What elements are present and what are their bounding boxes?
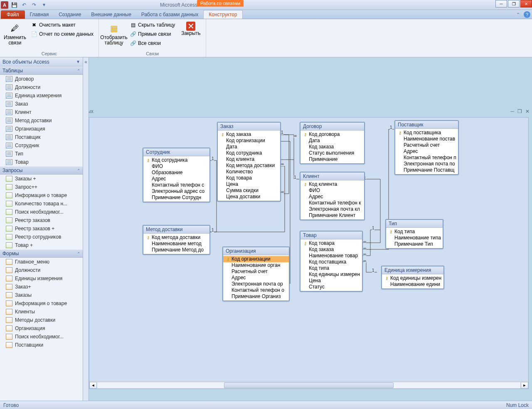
table-field[interactable]: Количество [218,169,280,175]
table-field[interactable]: Адрес [395,148,458,155]
nav-collapse-bar[interactable]: « [83,57,89,401]
tab-file[interactable]: Файл [1,10,25,19]
doc-restore-icon[interactable]: ❐ [517,108,522,114]
nav-group-header[interactable]: Запросы⌃ [0,166,83,175]
table-field[interactable]: Код организации [218,138,280,144]
show-table-button[interactable]: ▦ Отобразить таблицу [102,21,126,47]
nav-item[interactable]: Реестр заказов + [0,224,83,233]
table-sotrudnik[interactable]: Сотрудник⚷Код сотрудникаФИООбразованиеАд… [143,148,210,202]
table-field[interactable]: Электронный адрес со [143,188,209,195]
nav-item[interactable]: Должности [0,83,83,91]
nav-item[interactable]: Организация [0,324,83,333]
relationships-canvas[interactable]: 1 1 1 ∞ ∞ 1 ∞ ∞ ∞ ∞ ∞ 1 1 1 1 1 Сотрудни… [89,117,529,389]
table-key-field[interactable]: ⚷Код единицы измерен [382,275,443,281]
scroll-right-button[interactable]: ► [521,382,528,389]
table-header[interactable]: Единица измерения [382,266,443,274]
nav-item[interactable]: Методы доставки [0,316,83,324]
nav-item[interactable]: Главное_меню [0,258,83,266]
table-field[interactable]: Статус [300,284,362,290]
clear-layout-button[interactable]: ✖ Очистить макет [29,21,95,29]
nav-group-header[interactable]: Таблицы⌃ [0,67,83,75]
nav-item[interactable]: Клиенты [0,308,83,316]
table-field[interactable]: Электронная почта ор [223,281,289,287]
table-field[interactable]: Цена [218,181,280,187]
table-field[interactable]: Наименование постав [395,136,458,142]
table-field[interactable]: Образование [143,170,209,176]
schema-report-button[interactable]: 📄 Отчет по схеме данных [29,30,95,38]
table-field[interactable]: Примечание Тип [386,241,443,247]
table-field[interactable]: Код товара [218,175,280,181]
table-klient[interactable]: Клиент⚷Код клиентаФИОАдресКонтактный тел… [300,172,365,220]
direct-links-button[interactable]: 🔗 Прямые связи [128,30,177,38]
nav-item[interactable]: Поиск необходимог... [0,333,83,341]
nav-item[interactable]: Товар [0,158,83,166]
table-field[interactable]: Наименование едини [382,281,443,288]
table-metod[interactable]: Метод доставки⚷Код метода доставкиНаимен… [143,225,210,255]
nav-item[interactable]: Товар + [0,241,83,249]
nav-item[interactable]: Реестр заказов [0,216,83,224]
nav-item[interactable]: Тип [0,150,83,158]
all-links-button[interactable]: 🔗 Все связи [128,39,177,47]
table-zakaz[interactable]: Заказ⚷Код заказаКод организацииДатаКод с… [217,122,281,202]
table-header[interactable]: Тип [386,220,443,228]
ribbon-close-button[interactable]: ✕ Закрыть [179,21,202,37]
nav-item[interactable]: Метод доставки [0,116,83,125]
nav-item[interactable]: Поставщик [0,133,83,141]
table-org[interactable]: Организация⚷Код организацииНаименование … [222,246,290,301]
table-field[interactable]: Статус выполнения [300,150,364,156]
table-header[interactable]: Сотрудник [143,148,209,156]
table-field[interactable]: Расчетный счет [223,269,289,275]
nav-item[interactable]: Поиск необходимог... [0,208,83,216]
nav-item[interactable]: Заказы + [0,175,83,183]
table-header[interactable]: Клиент [300,172,364,180]
table-key-field[interactable]: ⚷Код товара [300,240,362,246]
help-icon[interactable]: ? [524,11,530,18]
table-field[interactable]: Электронная почта кл [300,206,364,212]
nav-item[interactable]: Заказ+ [0,283,83,291]
nav-item[interactable]: Реестр сотрудников [0,233,83,241]
table-field[interactable]: Наименование товар [300,253,362,259]
table-field[interactable]: Код заказа [300,144,364,150]
table-key-field[interactable]: ⚷Код заказа [218,131,280,138]
hide-table-button[interactable]: ▤ Скрыть таблицу [128,21,177,29]
table-field[interactable]: Наименование типа [386,235,443,241]
table-key-field[interactable]: ⚷Код клиента [300,181,364,187]
table-field[interactable]: Контактный телефон п [395,155,458,161]
table-field[interactable]: ФИО [300,187,364,194]
nav-item[interactable]: Заказы [0,291,83,299]
table-field[interactable]: Контактный телефон с [143,182,209,188]
nav-item[interactable]: Единицы измерения [0,274,83,283]
table-header[interactable]: Товар [300,232,362,239]
table-key-field[interactable]: ⚷Код метода доставки [143,234,209,241]
nav-header-dropdown-icon[interactable]: ▼ [76,59,80,64]
table-field[interactable]: Сумма скидки [218,187,280,194]
table-field[interactable]: Адрес [143,176,209,182]
table-field[interactable]: Примечание [300,156,364,163]
table-field[interactable]: Наименование метод [143,241,209,247]
table-field[interactable]: Наименование орган [223,262,289,269]
table-field[interactable]: Примечание Поставщ [395,167,458,173]
table-field[interactable]: Электронная почта по [395,161,458,167]
table-header[interactable]: Заказ [218,123,280,131]
nav-item[interactable]: Информация о товаре [0,299,83,308]
nav-item[interactable]: Договор [0,75,83,83]
table-tovar[interactable]: Товар⚷Код товараКод заказаНаименование т… [300,231,363,292]
qat-dropdown-icon[interactable]: ▼ [40,1,48,9]
table-field[interactable]: Код типа [300,265,362,271]
minimize-button[interactable]: ─ [495,0,507,7]
redo-icon[interactable]: ↷ [30,1,38,9]
table-field[interactable]: Дата [300,138,364,144]
table-field[interactable]: Примечание Клиент [300,212,364,219]
table-field[interactable]: Примечание Метод до [143,247,209,253]
table-header[interactable]: Метод доставки [143,226,209,234]
table-key-field[interactable]: ⚷Код типа [386,229,443,235]
table-field[interactable]: Дата [218,144,280,150]
tab-create[interactable]: Создание [54,10,86,19]
table-header[interactable]: Организация [223,247,289,255]
nav-item[interactable]: Информация о товаре [0,191,83,200]
nav-item[interactable]: Поставщики [0,341,83,349]
app-icon[interactable]: A [1,1,8,9]
nav-item[interactable]: Клиент [0,108,83,116]
table-key-field[interactable]: ⚷Код сотрудника [143,157,209,163]
scroll-track[interactable] [97,382,521,389]
